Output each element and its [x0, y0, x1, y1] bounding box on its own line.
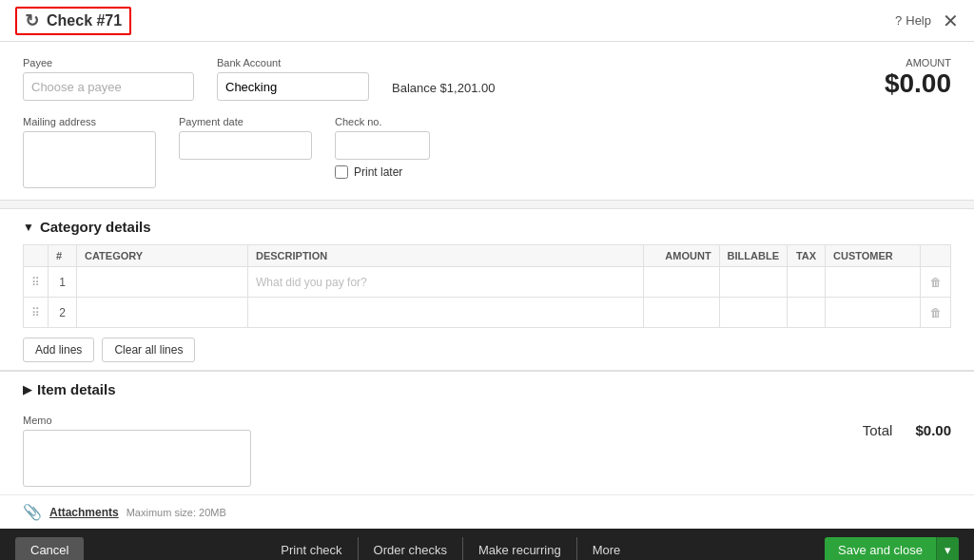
row-delete-button[interactable]: 🗑	[921, 298, 951, 328]
total-label: Total	[863, 422, 893, 438]
row-delete-button[interactable]: 🗑	[921, 267, 951, 298]
table-row: ⠿ 2 🗑	[24, 298, 951, 328]
memo-group: Memo	[23, 415, 251, 487]
memo-input[interactable]	[23, 430, 251, 487]
item-details-section: ▶ Item details	[0, 370, 974, 407]
table-actions: Add lines Clear all lines	[0, 328, 974, 370]
item-details-title: Item details	[37, 381, 116, 397]
payment-date-label: Payment date	[179, 116, 312, 127]
check-no-input[interactable]: 71	[335, 131, 430, 160]
category-table: # CATEGORY DESCRIPTION AMOUNT BILLABLE T…	[23, 244, 951, 328]
category-details-section: ▼ Category details # CATEGORY DESCRIPTIO…	[0, 208, 974, 370]
memo-label: Memo	[23, 415, 251, 426]
row-amount[interactable]	[643, 298, 719, 328]
help-button[interactable]: ? Help	[895, 13, 931, 28]
amount-value: $0.00	[885, 68, 951, 99]
print-check-button[interactable]: Print check	[265, 537, 358, 561]
col-category: CATEGORY	[77, 245, 248, 267]
col-delete	[921, 245, 951, 267]
amount-group: AMOUNT $0.00	[885, 57, 951, 99]
check-no-label: Check no.	[335, 116, 430, 127]
row-tax[interactable]	[788, 267, 826, 298]
row-num: 1	[49, 267, 77, 298]
mailing-address-input[interactable]	[23, 131, 156, 188]
order-checks-button[interactable]: Order checks	[359, 537, 463, 561]
close-icon[interactable]: ✕	[943, 10, 959, 32]
total-group: Total $0.00	[863, 415, 951, 438]
bank-account-select[interactable]: Checking	[217, 72, 369, 101]
bank-account-label: Bank Account	[217, 57, 369, 68]
col-amount: AMOUNT	[643, 245, 719, 267]
attachments-maxsize: Maximum size: 20MB	[127, 507, 226, 518]
drag-handle[interactable]: ⠿	[24, 267, 49, 298]
payee-select[interactable]: Choose a payee	[23, 72, 194, 101]
print-later-row: Print later	[335, 165, 430, 179]
row-customer[interactable]	[826, 298, 921, 328]
drag-handle[interactable]: ⠿	[24, 298, 49, 328]
row-billable[interactable]	[719, 267, 787, 298]
print-later-label: Print later	[354, 165, 402, 179]
row-category[interactable]	[77, 298, 248, 328]
window-title: ↻ Check #71	[15, 7, 131, 35]
row-description[interactable]: What did you pay for?	[248, 267, 644, 298]
recur-icon: ↻	[25, 10, 39, 31]
save-button-group: Save and close ▾	[825, 537, 959, 561]
memo-total-row: Memo Total $0.00	[0, 407, 974, 494]
more-button[interactable]: More	[577, 537, 636, 561]
item-details-header[interactable]: ▶ Item details	[0, 371, 974, 407]
row-billable[interactable]	[719, 298, 787, 328]
header: ↻ Check #71 ? Help ✕	[0, 0, 974, 42]
add-lines-button[interactable]: Add lines	[23, 338, 94, 362]
mailing-address-label: Mailing address	[23, 116, 156, 127]
section-collapse-arrow: ▼	[23, 221, 34, 234]
save-dropdown-button[interactable]: ▾	[936, 537, 959, 561]
payee-label: Payee	[23, 57, 194, 68]
payment-date-group: Payment date 04/24/2020	[179, 116, 312, 160]
item-section-arrow: ▶	[23, 383, 31, 396]
row-num: 2	[49, 298, 77, 328]
col-drag	[24, 245, 49, 267]
check-no-group: Check no. 71	[335, 116, 430, 160]
mailing-address-group: Mailing address	[23, 116, 156, 188]
footer: Cancel Print check Order checks Make rec…	[0, 529, 974, 560]
checkno-section: Check no. 71 Print later	[335, 116, 430, 179]
title-text: Check #71	[47, 12, 122, 29]
balance-display: Balance $1,201.00	[392, 81, 495, 101]
category-details-title: Category details	[40, 219, 151, 235]
total-value: $0.00	[915, 422, 951, 438]
payment-date-input[interactable]: 04/24/2020	[179, 131, 312, 160]
cancel-button[interactable]: Cancel	[15, 537, 84, 561]
row-category[interactable]	[77, 267, 248, 298]
form-area: Payee Choose a payee Bank Account Checki…	[0, 42, 974, 201]
table-row: ⠿ 1 What did you pay for? 🗑	[24, 267, 951, 298]
amount-label: AMOUNT	[885, 57, 951, 68]
footer-center-actions: Print check Order checks Make recurring …	[265, 537, 635, 561]
help-circle-icon: ?	[895, 13, 902, 28]
attachments-link[interactable]: Attachments	[49, 506, 119, 519]
bank-account-group: Bank Account Checking	[217, 57, 369, 101]
help-label: Help	[906, 13, 931, 28]
category-details-header[interactable]: ▼ Category details	[0, 208, 974, 244]
paperclip-icon: 📎	[23, 503, 42, 521]
payee-group: Payee Choose a payee	[23, 57, 194, 101]
clear-all-lines-button[interactable]: Clear all lines	[102, 338, 195, 362]
col-billable: BILLABLE	[719, 245, 787, 267]
attachments-row: 📎 Attachments Maximum size: 20MB	[0, 494, 974, 529]
row-description[interactable]	[248, 298, 644, 328]
make-recurring-button[interactable]: Make recurring	[463, 537, 577, 561]
col-hash: #	[49, 245, 77, 267]
row-amount[interactable]	[643, 267, 719, 298]
balance-value: $1,201.00	[440, 81, 496, 95]
header-actions: ? Help ✕	[895, 10, 959, 32]
col-tax: TAX	[788, 245, 826, 267]
col-description: DESCRIPTION	[248, 245, 644, 267]
row-tax[interactable]	[788, 298, 826, 328]
row-customer[interactable]	[826, 267, 921, 298]
col-customer: CUSTOMER	[826, 245, 921, 267]
save-and-close-button[interactable]: Save and close	[825, 537, 936, 561]
category-table-container: # CATEGORY DESCRIPTION AMOUNT BILLABLE T…	[0, 244, 974, 328]
print-later-checkbox[interactable]	[335, 165, 348, 179]
